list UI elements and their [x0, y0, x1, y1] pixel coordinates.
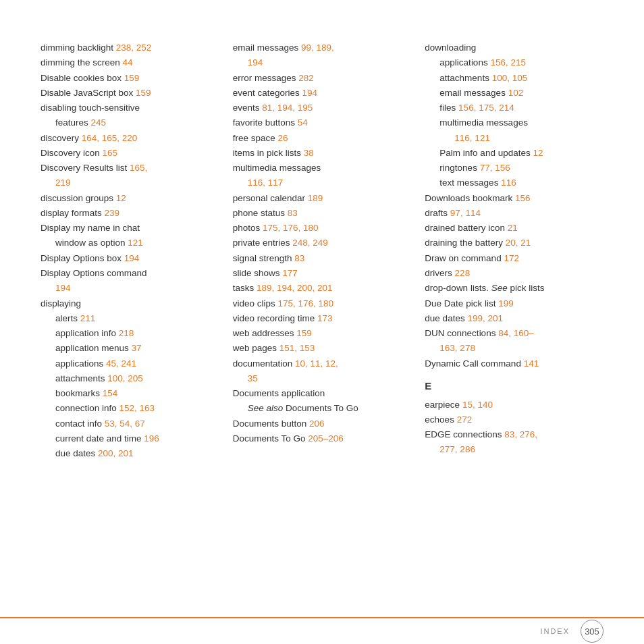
- entry-dl-ringtones: ringtones 77, 156: [425, 161, 603, 176]
- entry-116-117: 116, 117: [233, 176, 412, 190]
- entry-dl-multimedia: multimedia messages: [425, 115, 603, 130]
- entry-event-categories: event categories 194: [233, 86, 412, 101]
- link-151-153: 151, 153: [279, 343, 315, 353]
- entry-disable-cookies: Disable cookies box 159: [41, 71, 219, 86]
- entry-edge-wrap: 277, 286: [425, 442, 603, 457]
- entry-discovery: discovery 164, 165, 220: [41, 131, 219, 146]
- link-116-121: 116, 121: [454, 133, 490, 143]
- entry-drafts: drafts 97, 114: [425, 206, 603, 221]
- entry-displaying: displaying: [41, 296, 219, 311]
- link-116b: 116: [501, 178, 516, 188]
- see-also-text: See also: [248, 403, 284, 413]
- entry-documents-to-go: Documents To Go 205–206: [233, 431, 412, 446]
- entry-current-date: current date and time 196: [41, 431, 219, 446]
- see-text: See: [491, 283, 508, 293]
- entry-display-my-name: Display my name in chat: [41, 221, 219, 236]
- link-159b: 159: [136, 88, 151, 98]
- link-199a: 199: [498, 298, 514, 308]
- link-10-11-12: 10, 11, 12,: [295, 358, 338, 369]
- entry-web-addresses: web addresses 159: [233, 326, 412, 341]
- entry-display-options-cmd: Display Options command: [41, 266, 219, 281]
- link-199-201: 199, 201: [467, 313, 503, 323]
- footer-page-number: 305: [581, 620, 603, 643]
- link-53-54-67: 53, 54, 67: [105, 419, 145, 429]
- entry-documents-app: Documents application: [233, 386, 412, 401]
- link-37: 37: [132, 343, 142, 353]
- entry-events: events 81, 194, 195: [233, 101, 412, 115]
- link-277-286: 277, 286: [439, 444, 475, 454]
- link-44: 44: [123, 57, 133, 68]
- link-99-189: 99, 189,: [301, 43, 334, 53]
- link-152-163: 152, 163: [119, 403, 155, 413]
- entry-multimedia-col2: multimedia messages: [233, 161, 412, 176]
- section-e: E: [425, 378, 603, 395]
- link-189: 189: [308, 193, 323, 203]
- link-196: 196: [144, 433, 159, 444]
- entry-slide-shows: slide shows 177: [233, 266, 412, 281]
- entry-drivers: drivers 228: [425, 266, 603, 281]
- entry-display-formats: display formats 239: [41, 206, 219, 221]
- entry-due-dates-col3: due dates 199, 201: [425, 311, 603, 326]
- link-84-160: 84, 160–: [498, 328, 534, 338]
- link-189-194-200-201: 189, 194, 200, 201: [257, 283, 333, 293]
- entry-features: features 245: [41, 115, 219, 130]
- link-282: 282: [298, 73, 314, 83]
- link-159c: 159: [296, 328, 312, 338]
- link-141: 141: [524, 358, 539, 369]
- link-159a: 159: [124, 73, 140, 83]
- link-154: 154: [103, 388, 118, 398]
- entry-earpiece: earpiece 15, 140: [425, 398, 603, 412]
- entry-free-space: free space 26: [233, 131, 412, 146]
- page-content: dimming backlight 238, 252 dimming the s…: [0, 0, 644, 502]
- entry-video-clips: video clips 175, 176, 180: [233, 296, 412, 311]
- link-211: 211: [80, 313, 96, 323]
- link-175-176-180a: 175, 176, 180: [263, 223, 319, 233]
- entry-documentation: documentation 10, 11, 12,: [233, 356, 412, 371]
- entry-dl-email: email messages 102: [425, 86, 603, 101]
- entry-phone-status: phone status 83: [233, 206, 412, 221]
- entry-documents-button: Documents button 206: [233, 417, 412, 431]
- link-173: 173: [317, 313, 333, 323]
- entry-dl-palm: Palm info and updates 12: [425, 146, 603, 161]
- entry-tasks: tasks 189, 194, 200, 201: [233, 281, 412, 296]
- link-100-205: 100, 205: [107, 373, 143, 383]
- index-columns: dimming backlight 238, 252 dimming the s…: [41, 41, 603, 461]
- entry-dl-116-121: 116, 121: [425, 131, 603, 146]
- entry-web-pages: web pages 151, 153: [233, 341, 412, 356]
- column-3: downloading applications 156, 215 attach…: [425, 41, 603, 461]
- entry-dun-wrap: 163, 278: [425, 341, 603, 356]
- link-38: 38: [304, 148, 314, 158]
- link-194a: 194: [124, 253, 140, 263]
- column-2: email messages 99, 189, 194 error messag…: [233, 41, 425, 461]
- link-77-156: 77, 156: [480, 163, 510, 173]
- link-239: 239: [105, 208, 120, 218]
- link-156-215: 156, 215: [490, 57, 526, 68]
- entry-photos: photos 175, 176, 180: [233, 221, 412, 236]
- link-172: 172: [504, 253, 519, 263]
- link-194b: 194: [55, 283, 71, 293]
- link-81-194-195: 81, 194, 195: [262, 103, 313, 113]
- entry-discussion-groups: discussion groups 12: [41, 191, 219, 206]
- entry-email-messages: email messages 99, 189,: [233, 41, 412, 55]
- entry-dimming-screen: dimming the screen 44: [41, 55, 219, 70]
- link-218: 218: [119, 328, 134, 338]
- entry-drop-down: drop-down lists. See pick lists: [425, 281, 603, 296]
- entry-due-dates-col1: due dates 200, 201: [41, 446, 219, 461]
- link-83b: 83: [294, 253, 304, 263]
- entry-dun: DUN connections 84, 160–: [425, 326, 603, 341]
- entry-alerts: alerts 211: [41, 311, 219, 326]
- entry-downloading: downloading: [425, 41, 603, 55]
- entry-personal-calendar: personal calendar 189: [233, 191, 412, 206]
- footer-index-label: INDEX: [540, 627, 570, 635]
- link-20-21: 20, 21: [506, 238, 531, 248]
- link-272: 272: [457, 414, 473, 425]
- link-205-206: 205–206: [308, 433, 344, 444]
- entry-dl-attachments: attachments 100, 105: [425, 71, 603, 86]
- entry-items-pick-lists: items in pick lists 38: [233, 146, 412, 161]
- entry-downloads-bookmark: Downloads bookmark 156: [425, 191, 603, 206]
- entry-draining-battery: draining the battery 20, 21: [425, 236, 603, 250]
- link-163-278: 163, 278: [439, 343, 475, 353]
- entry-attachments: attachments 100, 205: [41, 371, 219, 386]
- link-177: 177: [282, 268, 298, 278]
- entry-error-messages: error messages 282: [233, 71, 412, 86]
